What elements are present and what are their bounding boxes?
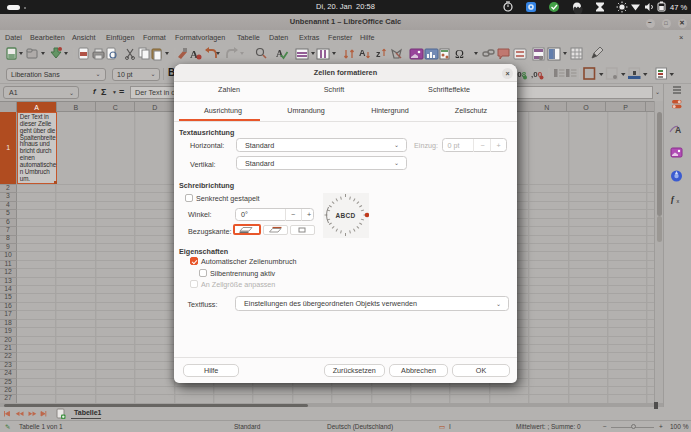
svg-text:47 %: 47 %	[670, 3, 687, 12]
svg-text:ABCD: ABCD	[336, 212, 356, 219]
svg-text:z: z	[376, 49, 381, 59]
svg-text:x: x	[677, 198, 680, 204]
svg-text:f: f	[671, 194, 675, 204]
svg-text:Ω: Ω	[455, 47, 464, 61]
svg-text:A: A	[190, 48, 198, 60]
svg-text:A: A	[359, 48, 366, 58]
